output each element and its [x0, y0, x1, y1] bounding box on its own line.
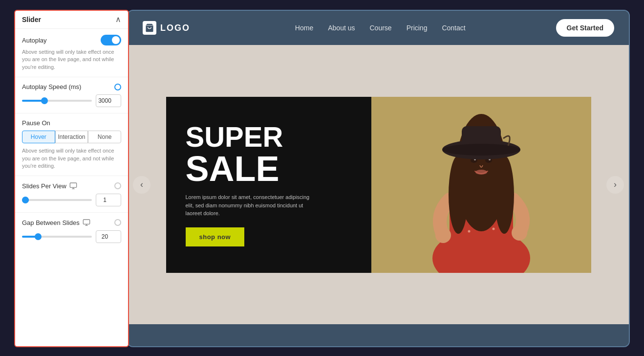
nav-contact[interactable]: Contact — [442, 24, 465, 32]
logo-icon — [143, 21, 156, 35]
autoplay-section: Autoplay Above setting will only take ef… — [15, 29, 128, 77]
slides-per-view-label: Slides Per View — [22, 182, 66, 190]
svg-point-22 — [435, 227, 451, 243]
monitor-icon — [69, 182, 77, 190]
next-arrow-button[interactable]: › — [606, 176, 624, 194]
logo-area: LOGO — [143, 21, 190, 35]
gap-monitor-icon — [83, 219, 90, 226]
svg-point-23 — [512, 225, 527, 241]
logo-svg — [145, 23, 154, 33]
nav-links: Home About us Course Pricing Contact — [205, 24, 556, 32]
svg-point-27 — [449, 156, 468, 234]
pause-on-label: Pause On — [22, 119, 50, 127]
autoplay-label: Autoplay — [22, 37, 47, 44]
sale-description: Lorem ipsum dolor sit amet, consectetuer… — [186, 193, 313, 218]
pause-interaction-button[interactable]: Interaction — [55, 131, 88, 143]
shop-now-button[interactable]: shop now — [186, 227, 245, 246]
autoplay-toggle[interactable] — [101, 35, 121, 45]
gap-between-slides-input[interactable]: 20 — [96, 230, 121, 243]
nav-course[interactable]: Course — [369, 24, 391, 32]
sale-title-bottom: SALE — [186, 151, 352, 186]
slides-per-view-indicator — [114, 182, 121, 189]
person-illustration — [371, 97, 591, 273]
gap-between-slides-section: Gap Between Slides 20 — [15, 213, 128, 249]
svg-point-20 — [492, 227, 494, 230]
gap-between-slides-slider[interactable] — [22, 236, 92, 238]
slide-right — [371, 97, 591, 273]
svg-point-18 — [468, 230, 470, 232]
navbar: LOGO Home About us Course Pricing Contac… — [128, 11, 629, 45]
panel-title: Slider — [22, 16, 41, 23]
preview-area: LOGO Home About us Course Pricing Contac… — [127, 10, 630, 347]
svg-point-33 — [475, 170, 487, 175]
settings-panel: Slider ∧ Autoplay Above setting will onl… — [14, 10, 129, 347]
slides-per-view-input[interactable]: 1 — [96, 194, 121, 206]
slider-area: ‹ SUPER SALE Lorem ipsum dolor sit amet,… — [128, 45, 629, 324]
bottom-bar — [128, 324, 629, 346]
autoplay-speed-section: Autoplay Speed (ms) 3000 — [15, 77, 128, 113]
gap-indicator — [114, 219, 121, 226]
svg-rect-0 — [70, 183, 76, 187]
autoplay-speed-slider[interactable] — [22, 100, 92, 102]
nav-about[interactable]: About us — [328, 24, 355, 32]
slide: SUPER SALE Lorem ipsum dolor sit amet, c… — [166, 97, 591, 273]
panel-header: Slider ∧ — [15, 11, 128, 29]
get-started-button[interactable]: Get Started — [556, 19, 614, 37]
logo-text: LOGO — [160, 23, 190, 33]
nav-pricing[interactable]: Pricing — [407, 24, 428, 32]
pause-on-buttons: Hover Interaction None — [22, 131, 121, 143]
autoplay-speed-label: Autoplay Speed (ms) — [22, 83, 81, 90]
pause-hover-button[interactable]: Hover — [22, 131, 55, 143]
svg-point-28 — [494, 156, 514, 234]
slides-per-view-slider[interactable] — [22, 199, 92, 201]
gap-between-slides-label: Gap Between Slides — [22, 219, 80, 226]
pause-none-button[interactable]: None — [88, 131, 121, 143]
nav-home[interactable]: Home — [295, 24, 313, 32]
prev-arrow-button[interactable]: ‹ — [133, 176, 150, 194]
autoplay-hint: Above setting will only take effect once… — [22, 48, 121, 71]
collapse-button[interactable]: ∧ — [115, 16, 121, 23]
pause-on-hint: Above setting will only take effect once… — [22, 147, 121, 170]
slide-left: SUPER SALE Lorem ipsum dolor sit amet, c… — [166, 97, 371, 273]
slides-per-view-section: Slides Per View 1 — [15, 176, 128, 213]
autoplay-speed-input[interactable]: 3000 — [96, 94, 121, 107]
sale-title-top: SUPER — [186, 123, 352, 151]
pause-on-section: Pause On Hover Interaction None Above se… — [15, 113, 128, 176]
speed-indicator — [114, 84, 121, 90]
svg-rect-3 — [83, 220, 89, 224]
